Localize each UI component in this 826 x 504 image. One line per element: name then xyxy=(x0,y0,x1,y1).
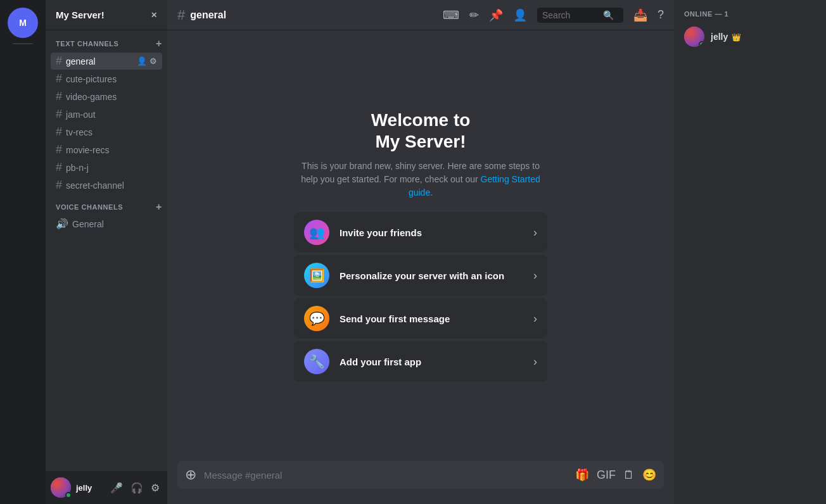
microphone-icon[interactable]: 🎤 xyxy=(108,481,125,495)
action-first-message[interactable]: 💬 Send your first message › xyxy=(294,298,547,339)
search-icon: 🔍 xyxy=(603,10,614,20)
status-dot xyxy=(65,492,72,498)
chevron-down-icon: ✕ xyxy=(151,11,157,20)
text-channels-section: TEXT CHANNELS + # general 👤 ⚙ # cute-pic… xyxy=(46,35,167,194)
text-channels-category[interactable]: TEXT CHANNELS + xyxy=(46,35,167,52)
voice-channels-category[interactable]: VOICE CHANNELS + xyxy=(46,199,167,215)
right-sidebar: ONLINE — 1 jelly 👑 xyxy=(674,0,826,504)
hash-icon: # xyxy=(56,108,62,121)
message-input-area: ⊕ 🎁 GIF 🗒 😊 xyxy=(167,461,674,504)
inbox-icon[interactable]: 📥 xyxy=(633,8,647,22)
channel-item-cute-pictures[interactable]: # cute-pictures xyxy=(51,70,162,87)
online-status-dot xyxy=(699,41,704,47)
channel-item-video-games[interactable]: # video-games xyxy=(51,88,162,105)
channel-item-jam-out[interactable]: # jam-out xyxy=(51,106,162,123)
hash-icon: # xyxy=(56,161,62,174)
channel-hash-icon: # xyxy=(177,7,185,23)
hash-icon: # xyxy=(56,90,62,103)
channel-name: tv-recs xyxy=(66,127,157,137)
channel-name: General xyxy=(72,219,157,229)
server-divider xyxy=(13,43,33,44)
add-channel-icon[interactable]: + xyxy=(156,38,162,49)
channel-icons: 👤 ⚙ xyxy=(137,56,157,66)
channel-item-general[interactable]: # general 👤 ⚙ xyxy=(51,53,162,70)
online-user-jelly[interactable]: jelly 👑 xyxy=(679,23,821,51)
messages-area: Welcome to My Server! This is your brand… xyxy=(167,30,674,461)
pin-icon[interactable]: 📌 xyxy=(489,8,503,22)
user-panel: jelly 🎤 🎧 ⚙ xyxy=(46,471,167,504)
main-content: # general ⌨ ✏ 📌 👤 🔍 📥 ? Welcome to My Se… xyxy=(167,0,674,504)
voice-channels-section: VOICE CHANNELS + 🔊 General xyxy=(46,199,167,232)
channel-header-name: general xyxy=(190,9,226,21)
channel-item-pb-n-j[interactable]: # pb-n-j xyxy=(51,159,162,176)
online-user-name: jelly 👑 xyxy=(711,32,741,42)
text-channels-label: TEXT CHANNELS xyxy=(56,40,118,47)
channel-sidebar: My Server! ✕ TEXT CHANNELS + # general 👤… xyxy=(46,0,167,504)
user-name: jelly xyxy=(76,483,103,493)
welcome-title: Welcome to My Server! xyxy=(294,110,547,152)
members-icon[interactable]: 👤 xyxy=(513,8,527,22)
message-input-box: ⊕ 🎁 GIF 🗒 😊 xyxy=(177,461,664,489)
welcome-description: This is your brand new, shiny server. He… xyxy=(294,160,547,199)
voice-channels-label: VOICE CHANNELS xyxy=(56,203,123,211)
app-icon: 🔧 xyxy=(304,349,329,374)
server-sidebar: M xyxy=(0,0,46,504)
add-voice-channel-icon[interactable]: + xyxy=(156,201,162,213)
gift-icon[interactable]: 🎁 xyxy=(575,468,589,482)
channel-item-secret-channel[interactable]: # secret-channel xyxy=(51,177,162,194)
speaker-icon: 🔊 xyxy=(56,218,68,230)
hash-icon: # xyxy=(56,72,62,85)
invite-icon: 👥 xyxy=(304,220,329,245)
settings-icon[interactable]: ⚙ xyxy=(149,56,157,66)
channel-item-tv-recs[interactable]: # tv-recs xyxy=(51,123,162,141)
crown-icon: 👑 xyxy=(732,33,741,42)
add-attachment-icon[interactable]: ⊕ xyxy=(185,467,196,483)
personalize-icon: 🖼️ xyxy=(304,263,329,288)
chevron-right-icon: › xyxy=(533,226,537,239)
hash-icon: # xyxy=(56,125,62,139)
settings-icon[interactable]: ⚙ xyxy=(148,481,162,495)
channel-name: general xyxy=(66,56,133,66)
action-personalize[interactable]: 🖼️ Personalize your server with an icon … xyxy=(294,255,547,296)
hash-icon: # xyxy=(56,143,62,156)
hash-icon: # xyxy=(56,54,62,68)
message-input[interactable] xyxy=(204,470,568,481)
channel-header: # general ⌨ ✏ 📌 👤 🔍 📥 ? xyxy=(167,0,674,30)
user-icon[interactable]: 👤 xyxy=(137,56,147,66)
header-toolbar: ⌨ ✏ 📌 👤 🔍 📥 ? xyxy=(443,8,664,23)
sticker-icon[interactable]: 🗒 xyxy=(623,469,635,482)
action-label: Personalize your server with an icon xyxy=(340,270,523,281)
action-invite-friends[interactable]: 👥 Invite your friends › xyxy=(294,212,547,253)
channel-name: cute-pictures xyxy=(66,74,157,84)
channel-name: pb-n-j xyxy=(66,163,157,173)
search-input[interactable] xyxy=(542,10,599,20)
channel-name: video-games xyxy=(66,92,157,102)
action-label: Add your first app xyxy=(340,356,523,367)
avatar xyxy=(684,27,704,47)
edit-icon[interactable]: ✏ xyxy=(469,8,479,22)
welcome-container: Welcome to My Server! This is your brand… xyxy=(294,110,547,382)
server-header[interactable]: My Server! ✕ xyxy=(46,0,167,30)
action-label: Send your first message xyxy=(340,313,523,324)
chevron-right-icon: › xyxy=(533,312,537,325)
channel-item-movie-recs[interactable]: # movie-recs xyxy=(51,141,162,158)
chevron-right-icon: › xyxy=(533,269,537,282)
add-people-icon[interactable]: ⌨ xyxy=(443,8,459,22)
emoji-icon[interactable]: 😊 xyxy=(642,468,656,482)
headphone-icon[interactable]: 🎧 xyxy=(128,481,146,495)
channel-name: secret-channel xyxy=(66,180,157,191)
server-name: My Server! xyxy=(56,9,105,20)
user-avatar xyxy=(51,477,71,498)
channel-item-voice-general[interactable]: 🔊 General xyxy=(51,216,162,232)
channel-name: jam-out xyxy=(66,110,157,120)
online-header: ONLINE — 1 xyxy=(679,10,821,18)
channel-name: movie-recs xyxy=(66,145,157,155)
help-icon[interactable]: ? xyxy=(658,8,664,22)
chevron-right-icon: › xyxy=(533,355,537,369)
user-controls: 🎤 🎧 ⚙ xyxy=(108,481,162,495)
search-bar[interactable]: 🔍 xyxy=(537,8,623,23)
message-toolbar-right: 🎁 GIF 🗒 😊 xyxy=(575,468,656,482)
action-add-app[interactable]: 🔧 Add your first app › xyxy=(294,341,547,382)
server-icon[interactable]: M xyxy=(8,8,38,38)
gif-icon[interactable]: GIF xyxy=(597,469,616,482)
